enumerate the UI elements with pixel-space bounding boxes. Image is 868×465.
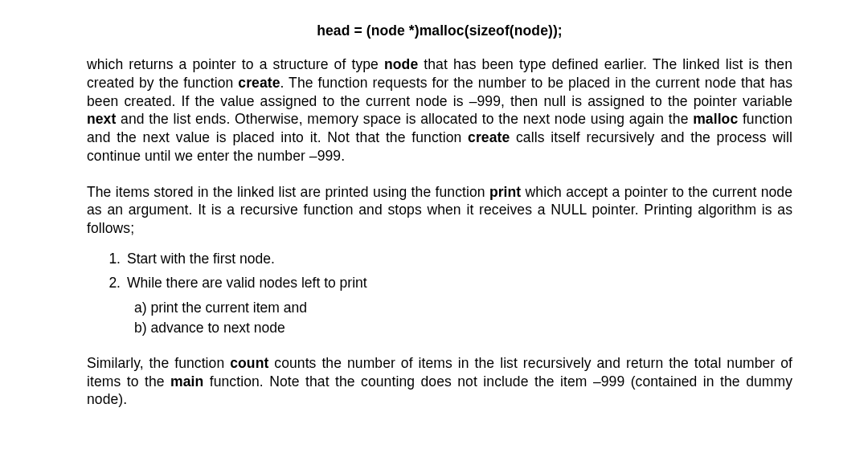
bold-node: node — [384, 56, 418, 72]
p2-text-a: The items stored in the linked list are … — [87, 184, 489, 200]
sub-list-item: a) print the current item and — [134, 300, 792, 316]
list-item-text: Start with the first node. — [127, 251, 275, 267]
algorithm-list: Start with the first node. While there a… — [87, 251, 792, 337]
list-item: While there are valid nodes left to prin… — [127, 275, 792, 337]
paragraph-1: which returns a pointer to a structure o… — [87, 55, 792, 165]
p1-text-e: and the list ends. Otherwise, memory spa… — [116, 111, 693, 127]
p1-text-a: which returns a pointer to a structure o… — [87, 56, 384, 72]
list-item: Start with the first node. — [127, 251, 792, 267]
paragraph-3: Similarly, the function count counts the… — [87, 354, 792, 409]
bold-malloc: malloc — [693, 111, 738, 127]
list-item-text: While there are valid nodes left to prin… — [127, 275, 367, 291]
bold-main: main — [170, 373, 203, 390]
paragraph-2: The items stored in the linked list are … — [87, 183, 792, 238]
bold-print: print — [489, 184, 521, 200]
bold-next: next — [87, 111, 116, 127]
bold-create-2: create — [468, 129, 510, 145]
bold-create-1: create — [238, 75, 280, 91]
sub-list-item: b) advance to next node — [134, 320, 792, 337]
sub-list: a) print the current item and b) advance… — [127, 300, 792, 337]
document-page: head = (node *)malloc(sizeof(node)); whi… — [0, 0, 868, 409]
bold-count: count — [230, 355, 268, 371]
p3-text-a: Similarly, the function — [87, 355, 230, 371]
code-heading: head = (node *)malloc(sizeof(node)); — [87, 22, 792, 39]
